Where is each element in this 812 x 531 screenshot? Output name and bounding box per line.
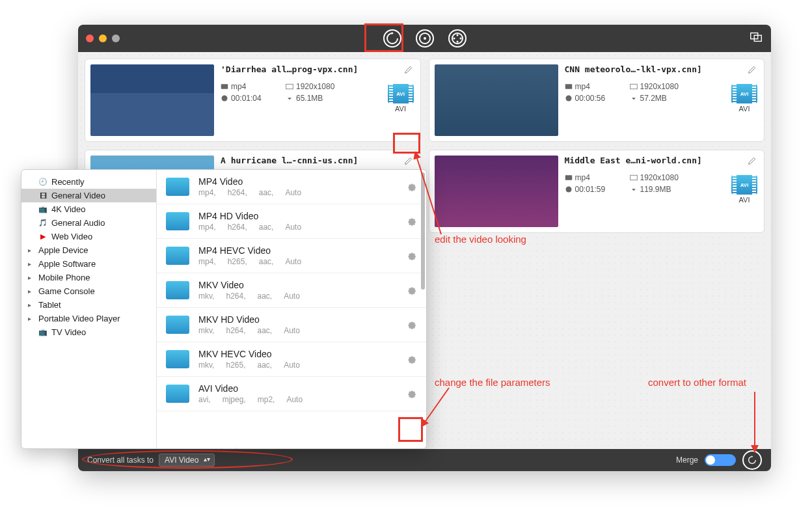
meta-resolution: 1920x1080 — [630, 173, 695, 182]
video-title: Middle East e…ni-world.cnn] — [565, 156, 759, 165]
video-card[interactable]: Middle East e…ni-world.cnn] mp4 1920x108… — [429, 150, 765, 233]
rip-mode-icon[interactable] — [416, 29, 434, 48]
format-detail: mkv,h264,aac,Auto — [198, 326, 396, 335]
meta-format: mp4 — [565, 173, 630, 182]
minimize-window-button[interactable] — [99, 34, 107, 42]
arrow-convert — [747, 389, 766, 454]
meta-format: mp4 — [565, 82, 630, 91]
format-row[interactable]: MKV HEVC Video mkv,h265,aac,Auto — [157, 342, 426, 377]
category-item[interactable]: ▸Apple Device — [21, 243, 156, 257]
format-settings-button[interactable] — [405, 250, 417, 262]
format-row[interactable]: MP4 Video mp4,h264,aac,Auto — [157, 170, 426, 204]
format-row[interactable]: MKV HD Video mkv,h264,aac,Auto — [157, 308, 426, 342]
category-item[interactable]: ▶Web Video — [21, 230, 156, 243]
arrow-edit — [409, 150, 448, 241]
convert-all-label: Convert all tasks to — [87, 456, 154, 465]
output-format-badge[interactable]: AVI AVI — [731, 84, 757, 113]
category-item[interactable]: 📺4K Video — [21, 202, 156, 216]
format-row[interactable]: AVI Video avi,mjpeg,mp2,Auto — [157, 377, 426, 411]
category-list[interactable]: 🕘Recently 🎞General Video 📺4K Video 🎵Gene… — [21, 170, 157, 448]
format-name: MKV HD Video — [198, 314, 396, 325]
category-item[interactable]: 🎵General Audio — [21, 216, 156, 230]
edit-video-button[interactable] — [746, 63, 759, 76]
format-detail: avi,mjpeg,mp2,Auto — [198, 395, 396, 404]
format-icon — [166, 212, 189, 230]
movie-mode-icon[interactable] — [448, 29, 467, 48]
video-title: CNN meteorolo…-lkl-vpx.cnn] — [565, 64, 759, 74]
format-icon — [166, 350, 189, 368]
format-settings-button[interactable] — [405, 353, 417, 365]
format-popover: 🕘Recently 🎞General Video 📺4K Video 🎵Gene… — [21, 169, 427, 449]
video-card[interactable]: 'Diarrhea all…prog-vpx.cnn] mp4 1920x108… — [85, 59, 421, 142]
svg-point-17 — [565, 187, 571, 193]
category-item[interactable]: ▸Tablet — [21, 298, 156, 312]
output-format-badge[interactable]: AVI AVI — [731, 175, 757, 204]
annotation-edit: edit the video looking — [435, 234, 526, 245]
format-settings-button[interactable] — [405, 319, 417, 331]
svg-point-6 — [456, 41, 458, 43]
output-format-badge[interactable]: AVI AVI — [388, 84, 414, 113]
merge-toggle[interactable] — [705, 454, 736, 466]
svg-rect-15 — [565, 175, 572, 180]
edit-video-button[interactable] — [402, 63, 415, 76]
format-row[interactable]: MKV Video mkv,h264,aac,Auto — [157, 273, 426, 308]
svg-rect-12 — [565, 84, 572, 89]
close-window-button[interactable] — [86, 34, 94, 42]
svg-rect-13 — [630, 84, 637, 89]
video-title: A hurricane l…-cnni-us.cnn] — [221, 156, 415, 165]
category-item[interactable]: 🕘Recently — [21, 175, 156, 189]
format-settings-button[interactable] — [405, 284, 417, 296]
meta-resolution: 1920x1080 — [286, 82, 351, 91]
svg-point-14 — [565, 96, 571, 102]
traffic-lights — [86, 34, 120, 42]
arrow-params — [416, 384, 455, 436]
format-name: MKV HEVC Video — [198, 349, 396, 359]
svg-point-3 — [456, 34, 458, 36]
format-settings-button[interactable] — [405, 388, 417, 400]
convert-mode-icon[interactable] — [383, 29, 401, 48]
format-detail: mp4,h265,aac,Auto — [198, 257, 396, 266]
annotation-convert: convert to other format — [648, 377, 746, 388]
titlebar — [78, 25, 771, 52]
format-detail: mkv,h265,aac,Auto — [198, 361, 396, 370]
svg-rect-16 — [630, 175, 637, 180]
category-item[interactable]: 🎞General Video — [21, 189, 156, 202]
svg-rect-9 — [221, 84, 228, 89]
format-row[interactable]: MP4 HEVC Video mp4,h265,aac,Auto — [157, 239, 426, 273]
output-format-select[interactable]: AVI Video ▴▾ — [159, 454, 215, 467]
meta-format: mp4 — [221, 82, 286, 91]
format-detail: mkv,h264,aac,Auto — [198, 292, 396, 301]
video-thumbnail — [435, 156, 558, 227]
svg-point-5 — [459, 38, 461, 40]
category-item[interactable]: 📺TV Video — [21, 325, 156, 339]
svg-line-19 — [424, 388, 449, 423]
meta-duration: 00:01:59 — [565, 185, 630, 194]
format-list[interactable]: MP4 Video mp4,h264,aac,Auto MP4 HD Video… — [157, 170, 426, 448]
merge-label: Merge — [676, 456, 698, 465]
format-name: AVI Video — [198, 383, 396, 394]
format-name: MP4 HEVC Video — [198, 245, 396, 256]
zoom-window-button[interactable] — [112, 34, 120, 42]
format-row[interactable]: MP4 HD Video mp4,h264,aac,Auto — [157, 204, 426, 239]
tasks-icon[interactable] — [749, 30, 763, 47]
format-icon — [166, 316, 189, 334]
category-item[interactable]: ▸Portable Video Player — [21, 312, 156, 325]
video-thumbnail — [435, 64, 558, 136]
svg-line-18 — [416, 156, 441, 234]
category-item[interactable]: ▸Game Console — [21, 284, 156, 298]
category-item[interactable]: ▸Mobile Phone — [21, 271, 156, 284]
video-thumbnail — [90, 64, 214, 136]
video-card[interactable]: CNN meteorolo…-lkl-vpx.cnn] mp4 1920x108… — [429, 59, 765, 142]
svg-point-4 — [453, 38, 455, 40]
format-name: MP4 Video — [198, 176, 396, 187]
category-item[interactable]: ▸Apple Software — [21, 257, 156, 271]
format-name: MKV Video — [198, 280, 396, 290]
edit-video-button[interactable] — [746, 154, 759, 167]
format-detail: mp4,h264,aac,Auto — [198, 188, 396, 197]
svg-point-1 — [424, 37, 426, 40]
format-icon — [166, 178, 189, 196]
svg-rect-10 — [286, 84, 293, 89]
format-icon — [166, 385, 189, 403]
meta-size: 57.2MB — [630, 94, 695, 103]
format-name: MP4 HD Video — [198, 211, 396, 221]
